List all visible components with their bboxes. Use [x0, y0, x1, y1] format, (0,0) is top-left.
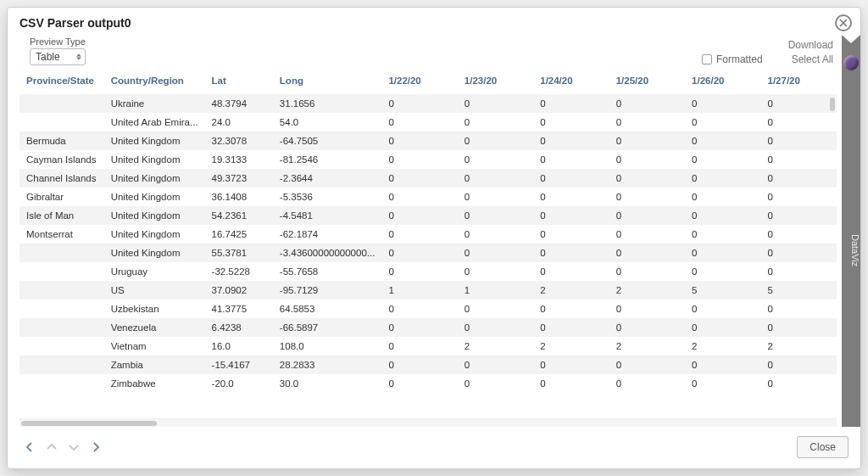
table-row[interactable]: Cayman IslandsUnited Kingdom19.3133-81.2… [19, 150, 837, 169]
table-cell [19, 300, 104, 318]
table-cell: 0 [458, 262, 533, 281]
formatted-checkbox[interactable] [702, 54, 712, 64]
table-cell: 0 [381, 169, 457, 188]
table-cell: 64.5853 [273, 300, 382, 318]
table-row[interactable]: United Arab Emira...24.054.0000000 [19, 113, 837, 132]
preview-type-select[interactable]: Table [30, 48, 86, 65]
table-cell: 0 [533, 188, 609, 206]
table-row[interactable]: Venezuela6.4238-66.5897000000 [19, 318, 837, 337]
nav-prev-icon[interactable] [23, 440, 36, 454]
column-header[interactable]: 1/25/20 [609, 70, 685, 94]
data-table: Province/StateCountry/RegionLatLong1/22/… [19, 70, 837, 393]
vertical-scrollbar-thumb[interactable] [830, 98, 835, 111]
table-cell: -20.0 [205, 374, 273, 393]
table-cell: 0 [685, 132, 760, 150]
table-row[interactable]: GibraltarUnited Kingdom36.1408-5.3536000… [19, 188, 837, 206]
table-cell: 0 [533, 244, 609, 262]
horizontal-scrollbar-thumb[interactable] [21, 421, 157, 426]
table-cell: 31.1656 [273, 94, 382, 113]
table-cell: 0 [761, 374, 837, 393]
table-row[interactable]: Isle of ManUnited Kingdom54.2361-4.54810… [19, 206, 837, 225]
table-row[interactable]: MontserratUnited Kingdom16.7425-62.18740… [19, 225, 837, 244]
table-row[interactable]: Channel IslandsUnited Kingdom49.3723-2.3… [19, 169, 837, 188]
table-cell: 0 [609, 262, 685, 281]
table-cell [19, 318, 104, 337]
table-cell: 0 [381, 262, 457, 281]
table-row[interactable]: Uruguay-32.5228-55.7658000000 [19, 262, 837, 281]
table-row[interactable]: Uzbekistan41.377564.5853000000 [19, 300, 837, 318]
download-link[interactable]: Download [788, 39, 833, 51]
table-cell: -2.3644 [273, 169, 382, 188]
column-header[interactable]: 1/23/20 [458, 70, 533, 94]
nav-next-icon[interactable] [89, 440, 103, 454]
table-cell [19, 281, 104, 300]
table-cell: 0 [685, 244, 760, 262]
select-all-link[interactable]: Select All [792, 53, 833, 65]
table-cell: 0 [685, 206, 760, 225]
table-row[interactable]: Vietnam16.0108.0022222 [19, 337, 837, 356]
table-cell [19, 94, 104, 113]
table-cell: 0 [533, 300, 609, 318]
formatted-toggle[interactable]: Formatted [702, 53, 763, 65]
column-header[interactable]: Lat [205, 70, 273, 94]
table-cell: 0 [533, 113, 609, 132]
table-cell: 2 [458, 337, 533, 356]
column-header[interactable]: 1/26/20 [685, 70, 760, 94]
table-cell: United Kingdom [104, 225, 205, 244]
table-cell: Uzbekistan [104, 300, 205, 318]
table-scroll-area[interactable]: Province/StateCountry/RegionLatLong1/22/… [19, 70, 837, 417]
horizontal-scrollbar[interactable] [19, 418, 837, 427]
table-row[interactable]: US37.0902-95.7129112255 [19, 281, 837, 300]
nav-up-icon[interactable] [45, 440, 58, 454]
close-button[interactable]: Close [797, 436, 849, 458]
table-cell: United Kingdom [104, 206, 205, 225]
table-cell: 0 [761, 113, 837, 132]
table-cell: 0 [458, 244, 533, 262]
column-header[interactable]: 1/22/20 [381, 70, 457, 94]
table-cell: 0 [458, 225, 533, 244]
table-cell: 28.2833 [273, 356, 382, 374]
table-cell: 0 [685, 113, 760, 132]
table-cell: 48.3794 [205, 94, 273, 113]
table-cell: 0 [381, 132, 457, 150]
table-cell: 0 [381, 300, 457, 318]
table-cell: United Kingdom [104, 169, 205, 188]
nav-down-icon[interactable] [67, 440, 81, 454]
table-row[interactable]: United Kingdom55.3781-3.43600000000000..… [19, 244, 837, 262]
column-header[interactable]: Province/State [19, 70, 104, 94]
column-header[interactable]: Long [273, 70, 382, 94]
table-cell: -5.3536 [273, 188, 382, 206]
table-cell: 0 [381, 337, 457, 356]
table-cell: 0 [458, 113, 533, 132]
table-cell: 32.3078 [205, 132, 273, 150]
table-cell: Ukraine [104, 94, 205, 113]
table-cell: United Kingdom [104, 132, 205, 150]
table-cell: Zambia [104, 356, 205, 374]
dataviz-side-tab[interactable]: DataViz [842, 35, 860, 427]
modal-content: Preview Type Table Formatted Download Se… [8, 35, 860, 427]
table-cell: 0 [609, 94, 685, 113]
main-panel: Preview Type Table Formatted Download Se… [19, 35, 842, 427]
table-cell: 0 [381, 188, 457, 206]
table-cell: Isle of Man [19, 206, 104, 225]
table-cell: -15.4167 [205, 356, 273, 374]
table-cell: 0 [609, 206, 685, 225]
column-header[interactable]: 1/27/20 [761, 70, 837, 94]
column-header[interactable]: Country/Region [104, 70, 205, 94]
table-cell: 54.2361 [205, 206, 273, 225]
column-header[interactable]: 1/24/20 [533, 70, 609, 94]
dataviz-badge-icon [843, 55, 859, 70]
table-cell [19, 374, 104, 393]
table-cell: United Kingdom [104, 244, 205, 262]
table-cell: 2 [761, 337, 837, 356]
table-header: Province/StateCountry/RegionLatLong1/22/… [19, 70, 837, 94]
table-cell: 2 [609, 281, 685, 300]
table-row[interactable]: Zambia-15.416728.2833000000 [19, 356, 837, 374]
table-row[interactable]: BermudaUnited Kingdom32.3078-64.75050000… [19, 132, 837, 150]
table-cell: 0 [533, 262, 609, 281]
table-cell: United Kingdom [104, 150, 205, 169]
table-row[interactable]: Ukraine48.379431.1656000000 [19, 94, 837, 113]
close-icon[interactable] [835, 14, 852, 31]
table-cell: 55.3781 [205, 244, 273, 262]
table-row[interactable]: Zimbabwe-20.030.0000000 [19, 374, 837, 393]
